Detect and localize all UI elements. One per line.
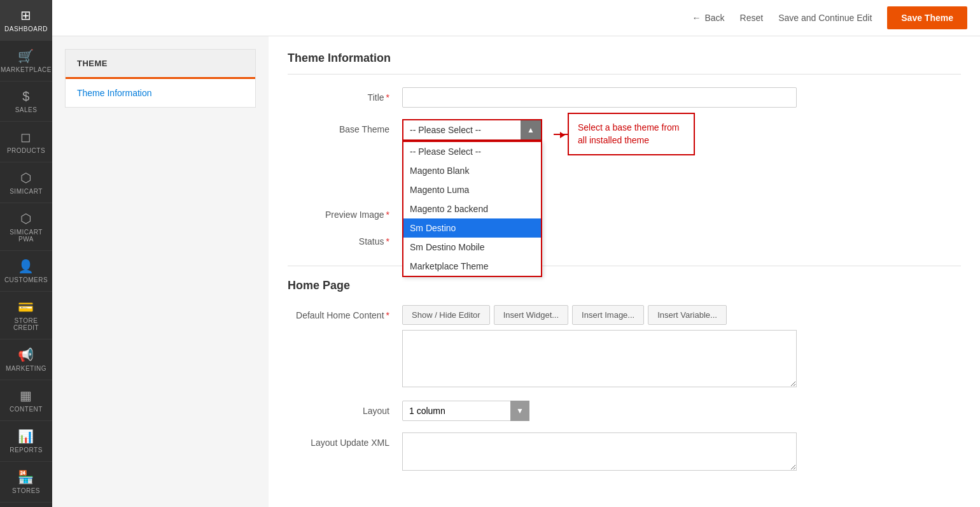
simicart-pwa-icon: ⬡: [20, 211, 32, 226]
reports-icon: 📊: [18, 429, 34, 444]
layout-select[interactable]: 1 column 2 columns with left bar 2 colum…: [402, 401, 529, 421]
layout-label: Layout: [288, 401, 402, 416]
topbar: ← Back Reset Save and Continue Edit Save…: [52, 0, 980, 36]
sales-icon: $: [22, 89, 30, 104]
theme-information-item[interactable]: Theme Information: [66, 77, 255, 107]
status-label: Status*: [288, 231, 402, 246]
right-panel: Theme Information Title* Base Theme: [269, 36, 980, 507]
insert-variable-button[interactable]: Insert Variable...: [648, 305, 727, 325]
sidebar-item-label: SIMICART PWA: [3, 229, 50, 243]
sidebar-item-label: MARKETPLACE: [1, 66, 52, 73]
insert-widget-button[interactable]: Insert Widget...: [494, 305, 568, 325]
content-icon: ▦: [20, 388, 32, 403]
title-label: Title*: [288, 87, 402, 103]
stores-icon: 🏪: [18, 469, 34, 485]
base-theme-dropdown-container: -- Please Select -- ▲ -- Please Select -…: [402, 119, 797, 141]
save-continue-button[interactable]: Save and Continue Edit: [778, 13, 872, 23]
reset-button[interactable]: Reset: [740, 13, 764, 23]
sidebar-item-label: STORES: [12, 487, 40, 494]
dropdown-option-magento-blank[interactable]: Magento Blank: [403, 161, 541, 180]
save-theme-button[interactable]: Save Theme: [887, 6, 967, 29]
dropdown-option-sm-destino-mobile[interactable]: Sm Destino Mobile: [403, 238, 541, 257]
dropdown-option-magento-luma[interactable]: Magento Luma: [403, 180, 541, 199]
sidebar-item-label: STORE CREDIT: [3, 317, 50, 331]
sidebar-item-marketplace[interactable]: 🛒 MARKETPLACE: [0, 41, 52, 82]
marketplace-icon: 🛒: [18, 48, 34, 64]
sidebar-item-stores[interactable]: 🏪 STORES: [0, 462, 52, 503]
marketing-icon: 📢: [18, 347, 34, 362]
status-required: *: [386, 236, 389, 246]
layout-row: Layout 1 column 2 columns with left bar …: [288, 401, 961, 421]
store-credit-icon: 💳: [18, 299, 34, 315]
base-theme-dropdown[interactable]: -- Please Select -- ▲: [402, 119, 542, 141]
base-theme-tooltip: Select a base theme from all installed t…: [568, 113, 695, 155]
tooltip-arrow: [554, 134, 568, 135]
theme-information-label: Theme Information: [77, 88, 152, 98]
main-area: ← Back Reset Save and Continue Edit Save…: [52, 0, 980, 507]
base-theme-row: Base Theme -- Please Select -- ▲ -- Plea…: [288, 119, 961, 141]
layout-update-xml-row: Layout Update XML: [288, 432, 961, 473]
save-continue-label: Save and Continue Edit: [778, 13, 872, 23]
dropdown-option-please-select[interactable]: -- Please Select --: [403, 142, 541, 161]
layout-update-xml-input-wrapper: [402, 432, 797, 473]
back-button[interactable]: ← Back: [692, 13, 724, 23]
status-row: Status*: [288, 231, 961, 246]
back-label: Back: [704, 13, 724, 23]
back-arrow-icon: ←: [692, 13, 701, 23]
sidebar-item-label: PRODUCTS: [7, 147, 45, 154]
sidebar-item-simicart-pwa[interactable]: ⬡ SIMICART PWA: [0, 203, 52, 251]
preview-image-required: *: [386, 210, 389, 220]
title-input-wrapper: [402, 87, 797, 108]
preview-image-row: Preview Image* d.: [288, 204, 961, 220]
sidebar-item-sales[interactable]: $ SALES: [0, 82, 52, 122]
sidebar-item-label: CONTENT: [10, 406, 43, 413]
dropdown-option-marketplace-theme[interactable]: Marketplace Theme: [403, 257, 541, 276]
layout-select-wrapper: 1 column 2 columns with left bar 2 colum…: [402, 401, 529, 421]
dropdown-option-magento-2-backend[interactable]: Magento 2 backend: [403, 199, 541, 218]
customers-icon: 👤: [18, 259, 34, 274]
insert-image-button[interactable]: Insert Image...: [572, 305, 644, 325]
sidebar-item-customers[interactable]: 👤 CUSTOMERS: [0, 251, 52, 292]
default-home-content-label: Default Home Content*: [288, 305, 402, 320]
sidebar-item-store-credit[interactable]: 💳 STORE CREDIT: [0, 292, 52, 339]
layout-update-xml-label: Layout Update XML: [288, 432, 402, 448]
sidebar-item-label: DASHBOARD: [4, 25, 48, 32]
base-theme-label: Base Theme: [288, 119, 402, 134]
default-home-content-row: Default Home Content* Show / Hide Editor…: [288, 305, 961, 389]
home-page-section-title: Home Page: [288, 266, 961, 292]
preview-image-label: Preview Image*: [288, 204, 402, 220]
products-icon: ◻: [20, 129, 32, 145]
dropdown-option-sm-destino[interactable]: Sm Destino: [403, 218, 541, 238]
dropdown-selected-value: -- Please Select --: [403, 120, 541, 139]
dashboard-icon: ⊞: [20, 8, 32, 23]
sidebar-item-dashboard[interactable]: ⊞ DASHBOARD: [0, 0, 52, 41]
sidebar-item-label: MARKETING: [6, 365, 46, 372]
sidebar-item-products[interactable]: ◻ PRODUCTS: [0, 122, 52, 162]
sidebar-item-system[interactable]: ⚙: [0, 503, 52, 507]
sidebar-item-label: SALES: [15, 106, 38, 113]
base-theme-dropdown-list: -- Please Select -- Magento Blank Magent…: [402, 141, 542, 277]
editor-buttons-group: Show / Hide Editor Insert Widget... Inse…: [402, 305, 797, 325]
layout-update-xml-textarea[interactable]: [402, 432, 797, 471]
sidebar-item-content[interactable]: ▦ CONTENT: [0, 380, 52, 421]
sidebar: ⊞ DASHBOARD 🛒 MARKETPLACE $ SALES ◻ PROD…: [0, 0, 52, 507]
left-panel: THEME Theme Information: [52, 36, 269, 507]
title-input[interactable]: [402, 87, 797, 108]
sidebar-item-label: SIMICART: [10, 188, 43, 195]
sidebar-item-reports[interactable]: 📊 REPORTS: [0, 421, 52, 462]
reset-label: Reset: [740, 13, 764, 23]
sidebar-item-marketing[interactable]: 📢 MARKETING: [0, 339, 52, 380]
content-area: THEME Theme Information Theme Informatio…: [52, 36, 980, 507]
show-hide-editor-button[interactable]: Show / Hide Editor: [402, 305, 490, 325]
panel-section-header: THEME: [66, 50, 255, 77]
home-content-textarea[interactable]: [402, 330, 797, 387]
default-home-content-input-wrapper: Show / Hide Editor Insert Widget... Inse…: [402, 305, 797, 389]
simicart-icon: ⬡: [20, 170, 32, 185]
title-required: *: [386, 92, 389, 103]
form-section-title: Theme Information: [288, 52, 961, 75]
title-row: Title*: [288, 87, 961, 108]
default-home-content-required: *: [386, 310, 389, 320]
sidebar-item-label: CUSTOMERS: [4, 276, 48, 283]
layout-input-wrapper: 1 column 2 columns with left bar 2 colum…: [402, 401, 797, 421]
sidebar-item-simicart[interactable]: ⬡ SIMICART: [0, 162, 52, 203]
